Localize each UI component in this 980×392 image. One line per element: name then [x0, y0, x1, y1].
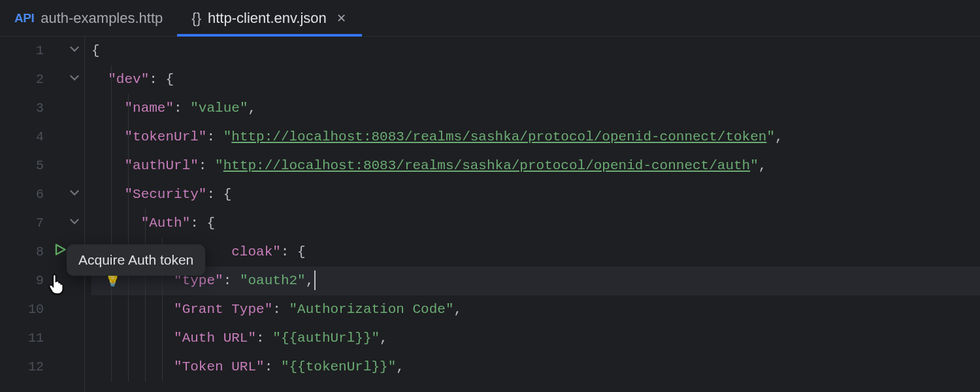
code-line[interactable]: "Auth URL": "{{authUrl}}", [91, 324, 980, 353]
text-caret [314, 270, 316, 290]
tooltip-text: Acquire Auth token [78, 252, 193, 267]
line-number: 1 [25, 37, 44, 65]
fold-chevron-icon[interactable] [70, 37, 79, 65]
token-punc: , [306, 273, 314, 288]
fold-chevron-icon[interactable] [70, 209, 79, 238]
token-str: " [223, 129, 232, 144]
line-number: 9 [25, 267, 44, 295]
gutter-line: 11 [0, 324, 84, 353]
code-line[interactable]: "tokenUrl": "http://localhost:8083/realm… [91, 123, 980, 152]
gutter-line: 12 [0, 353, 84, 382]
run-gutter-icon[interactable] [54, 238, 66, 267]
token-key: "name" [124, 101, 174, 116]
gutter-line: 10 [0, 295, 84, 324]
pointer-cursor-icon [47, 273, 67, 299]
token-punc: : [206, 129, 223, 144]
indent-guide [111, 94, 112, 123]
fold-chevron-icon[interactable] [70, 65, 79, 94]
indent-guide [128, 324, 129, 353]
token-punc: , [775, 129, 783, 144]
token-punc [91, 101, 124, 116]
code-line[interactable]: cloak": { [91, 238, 980, 267]
token-punc: : [272, 302, 289, 317]
token-punc: : [265, 359, 281, 374]
token-str: "oauth2" [240, 273, 306, 288]
tab-auth-examples[interactable]: API auth-examples.http [0, 0, 177, 36]
indent-guide [111, 353, 112, 382]
token-key: "Grant Type" [174, 302, 272, 317]
indent-guide [111, 324, 112, 353]
token-punc: : [223, 273, 240, 288]
api-file-icon: API [14, 11, 34, 25]
token-key: "Auth" [141, 216, 191, 231]
code-line[interactable]: "Token URL": "{{tokenUrl}}", [91, 353, 980, 382]
token-str: " [766, 129, 775, 144]
indent-guide [145, 324, 146, 353]
code-line[interactable]: "authUrl": "http://localhost:8083/realms… [91, 152, 980, 180]
code-line[interactable]: "type": "oauth2",💡 [91, 267, 980, 295]
code-line[interactable]: "Auth": { [91, 209, 980, 238]
line-number: 8 [25, 238, 44, 267]
token-punc: : [174, 101, 190, 116]
indent-guide [111, 152, 112, 180]
token-punc [91, 129, 124, 144]
token-punc: : [256, 331, 272, 346]
indent-guide [111, 180, 112, 209]
indent-guide [111, 65, 112, 94]
indent-guide [162, 353, 163, 382]
token-str: " [215, 158, 223, 173]
indent-guide [128, 94, 129, 123]
code-line[interactable]: "dev": { [91, 65, 980, 94]
tab-bar: API auth-examples.http {} http-client.en… [0, 0, 980, 37]
token-key: "authUrl" [124, 158, 198, 173]
code-area[interactable]: { "dev": { "name": "value", "tokenUrl": … [85, 37, 980, 392]
tab-http-client-env[interactable]: {} http-client.env.json ✕ [177, 0, 362, 36]
indent-guide [128, 353, 129, 382]
code-line[interactable]: { [91, 37, 980, 65]
line-number: 2 [25, 65, 44, 94]
gutter-line: 3 [0, 94, 84, 123]
code-line[interactable]: "Grant Type": "Authorization Code", [91, 295, 980, 324]
token-punc [91, 216, 141, 231]
token-url: http://localhost:8083/realms/sashka/prot… [223, 158, 751, 173]
token-punc [91, 72, 108, 87]
indent-guide [145, 353, 146, 382]
indent-guide [128, 123, 129, 152]
token-punc [91, 158, 124, 173]
json-file-icon: {} [191, 10, 201, 27]
close-tab-icon[interactable]: ✕ [336, 12, 348, 24]
gutter: 123456789101112 [0, 37, 85, 392]
token-punc: , [380, 331, 388, 346]
indent-guide [128, 295, 129, 324]
tab-label: http-client.env.json [208, 10, 327, 27]
fold-chevron-icon[interactable] [70, 180, 79, 209]
token-str: "{{authUrl}}" [272, 331, 380, 346]
token-punc: : { [281, 244, 306, 259]
token-punc: : { [149, 72, 174, 87]
line-number: 7 [25, 209, 44, 238]
token-punc: , [248, 101, 256, 116]
code-line[interactable]: "name": "value", [91, 94, 980, 123]
token-url: http://localhost:8083/realms/sashka/prot… [231, 129, 766, 144]
token-key: "dev" [108, 72, 149, 87]
line-number: 12 [25, 353, 44, 382]
gutter-line: 6 [0, 180, 84, 209]
token-punc: { [91, 43, 100, 58]
token-punc [91, 187, 124, 202]
indent-guide [128, 209, 129, 238]
code-line[interactable]: "Security": { [91, 180, 980, 209]
token-str: " [750, 158, 759, 173]
indent-guide [128, 180, 129, 209]
editor: 123456789101112 { "dev": { "name": "valu… [0, 37, 980, 392]
token-key: "Security" [124, 187, 206, 202]
gutter-tooltip: Acquire Auth token [67, 244, 205, 276]
indent-guide [145, 209, 146, 238]
line-number: 10 [25, 295, 44, 324]
token-str: "{{tokenUrl}}" [281, 359, 396, 374]
gutter-line: 1 [0, 37, 84, 65]
tab-label: auth-examples.http [41, 10, 163, 27]
indent-guide [162, 295, 163, 324]
indent-guide [128, 152, 129, 180]
gutter-line: 7 [0, 209, 84, 238]
indent-guide [111, 295, 112, 324]
